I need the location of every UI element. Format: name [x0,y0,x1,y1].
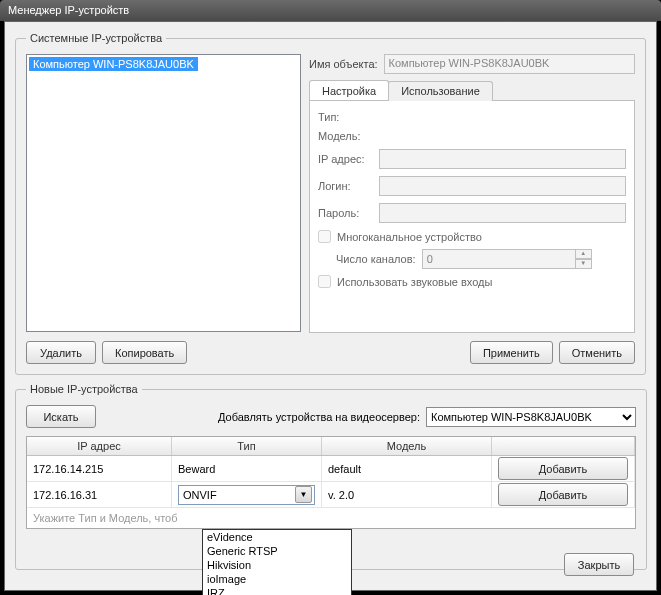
table-row: 172.16.14.215 Beward default Добавить [27,456,635,482]
ip-label: IP адрес: [318,153,373,165]
settings-panel: Тип: Модель: IP адрес: Логин: Пароль: Мн… [309,101,635,333]
login-label: Логин: [318,180,373,192]
titlebar[interactable]: Менеджер IP-устройств [0,0,661,21]
add-to-label: Добавлять устройства на видеосервер: [218,411,420,423]
cell-ip[interactable]: 172.16.14.215 [27,456,172,481]
cell-ip[interactable]: 172.16.16.31 [27,482,172,507]
list-item[interactable]: ioImage [203,572,351,586]
chevron-down-icon[interactable]: ▼ [295,486,312,503]
col-ip[interactable]: IP адрес [27,437,172,455]
search-button[interactable]: Искать [26,405,96,428]
copy-button[interactable]: Копировать [102,341,187,364]
window-title: Менеджер IP-устройств [8,4,129,16]
channels-label: Число каналов: [336,253,416,265]
cell-type[interactable]: Beward [172,456,322,481]
type-dropdown-list[interactable]: eVidence Generic RTSP Hikvision ioImage … [202,529,352,595]
spinner-down-icon[interactable]: ▼ [576,259,592,269]
client-area: Системные IP-устройства Компьютер WIN-PS… [4,21,657,591]
close-button[interactable]: Закрыть [564,553,634,576]
list-item[interactable]: IRZ [203,586,351,595]
cell-model[interactable]: v. 2.0 [322,482,492,507]
tabs: Настройка Использование [309,80,635,101]
server-select[interactable]: Компьютер WIN-PS8K8JAU0BK [426,407,636,427]
spinner-up-icon[interactable]: ▲ [576,249,592,259]
col-add [492,437,635,455]
col-model[interactable]: Модель [322,437,492,455]
apply-button[interactable]: Применить [470,341,553,364]
col-type[interactable]: Тип [172,437,322,455]
tab-usage[interactable]: Использование [388,81,493,101]
audio-checkbox[interactable] [318,275,331,288]
channels-stepper[interactable]: ▲▼ [422,249,592,269]
delete-button[interactable]: Удалить [26,341,96,364]
channels-value[interactable] [422,249,576,269]
cancel-button[interactable]: Отменить [559,341,635,364]
grid-header: IP адрес Тип Модель [27,437,635,456]
list-item[interactable]: Generic RTSP [203,544,351,558]
multichannel-checkbox[interactable] [318,230,331,243]
password-label: Пароль: [318,207,373,219]
tab-settings[interactable]: Настройка [309,80,389,100]
list-item[interactable]: Hikvision [203,558,351,572]
add-button[interactable]: Добавить [498,457,628,480]
ip-field[interactable] [379,149,626,169]
multichannel-label: Многоканальное устройство [337,231,482,243]
password-field[interactable] [379,203,626,223]
table-row: 172.16.16.31 ONVIF ▼ v. 2.0 Добавить [27,482,635,508]
type-label: Тип: [318,111,373,123]
add-button[interactable]: Добавить [498,483,628,506]
devices-grid: IP адрес Тип Модель 172.16.14.215 Beward… [26,436,636,529]
type-dropdown[interactable]: ONVIF ▼ [178,485,315,505]
system-devices-legend: Системные IP-устройства [26,32,166,44]
window: Менеджер IP-устройств Системные IP-устро… [0,0,661,595]
tree-item-computer[interactable]: Компьютер WIN-PS8K8JAU0BK [29,57,198,71]
system-devices-group: Системные IP-устройства Компьютер WIN-PS… [15,32,646,375]
device-tree[interactable]: Компьютер WIN-PS8K8JAU0BK [26,54,301,332]
object-name-label: Имя объекта: [309,58,378,70]
model-label: Модель: [318,130,373,142]
type-dropdown-value: ONVIF [183,489,217,501]
object-name-field: Компьютер WIN-PS8K8JAU0BK [384,54,635,74]
new-devices-group: Новые IP-устройства Искать Добавлять уст… [15,383,647,570]
grid-hint: Укажите Тип и Модель, чтоб [27,508,635,528]
login-field[interactable] [379,176,626,196]
cell-type[interactable]: ONVIF ▼ [172,482,322,507]
new-devices-legend: Новые IP-устройства [26,383,142,395]
audio-label: Использовать звуковые входы [337,276,492,288]
cell-model[interactable]: default [322,456,492,481]
list-item[interactable]: eVidence [203,530,351,544]
